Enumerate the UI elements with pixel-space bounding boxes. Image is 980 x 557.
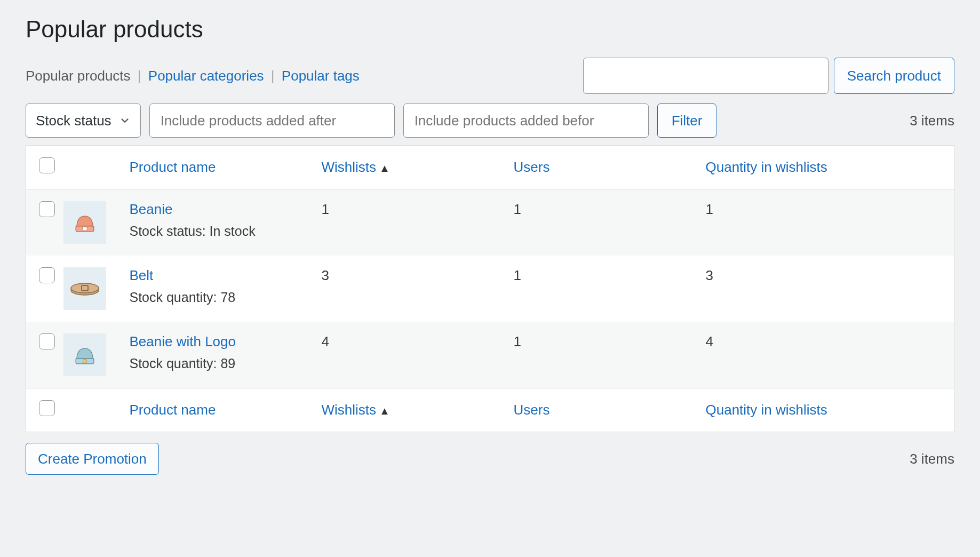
col-product-name[interactable]: Product name [130,159,216,175]
cell-quantity: 4 [693,322,954,388]
stock-status-select[interactable]: Stock status [26,104,141,138]
cell-quantity: 1 [693,189,954,256]
item-count-bottom: 3 items [910,451,954,467]
item-count-top: 3 items [910,113,954,129]
row-checkbox[interactable] [39,201,55,217]
select-all-checkbox[interactable] [39,157,55,173]
added-before-input[interactable] [403,104,649,138]
table-footer-row: Product name Wishlists▲ Users Quantity i… [26,388,954,432]
table-row: Beanie with Logo Stock quantity: 89 4 1 … [26,322,954,388]
subnav-current: Popular products [26,68,131,84]
product-thumbnail[interactable] [63,333,106,376]
table-row: Belt Stock quantity: 78 3 1 3 [26,256,954,322]
stock-status-label: Stock status [36,113,111,129]
filter-row: Stock status Filter 3 items [26,104,954,138]
chevron-down-icon [119,115,131,126]
product-name-link[interactable]: Beanie [130,201,173,218]
search-input[interactable] [583,58,828,94]
col-quantity[interactable]: Quantity in wishlists [706,159,827,175]
product-name-link[interactable]: Beanie with Logo [130,333,236,350]
footer-row: Create Promotion 3 items [26,443,954,475]
beanie-logo-icon [70,340,99,369]
cell-users: 1 [501,189,693,256]
separator: | [138,68,141,84]
stock-line: Stock quantity: 78 [130,290,236,305]
col-users[interactable]: Users [514,159,550,175]
products-table: Product name Wishlists▲ Users Quantity i… [26,145,954,432]
added-after-input[interactable] [149,104,395,138]
cell-quantity: 3 [693,256,954,322]
svg-point-6 [83,359,87,363]
select-all-checkbox-bottom[interactable] [39,400,55,416]
beanie-icon [70,208,99,237]
svg-rect-1 [82,227,86,230]
cell-users: 1 [501,322,693,388]
svg-point-3 [71,283,99,293]
search-group: Search product [583,58,954,94]
col-wishlists[interactable]: Wishlists▲ [322,159,390,175]
product-name-link[interactable]: Belt [130,267,154,284]
search-product-button[interactable]: Search product [834,58,954,94]
page-title: Popular products [26,16,954,43]
subnav: Popular products | Popular categories | … [26,68,360,84]
stock-line: Stock status: In stock [130,224,256,238]
table-header-row: Product name Wishlists▲ Users Quantity i… [26,146,954,189]
row-checkbox[interactable] [39,333,55,349]
table-row: Beanie Stock status: In stock 1 1 1 [26,189,954,256]
cell-wishlists: 3 [309,256,501,322]
col-wishlists-label: Wishlists [322,159,377,175]
subnav-categories-link[interactable]: Popular categories [148,68,264,84]
sort-asc-icon: ▲ [379,162,390,174]
stock-line: Stock quantity: 89 [130,356,236,371]
create-promotion-button[interactable]: Create Promotion [26,443,159,475]
subnav-tags-link[interactable]: Popular tags [282,68,360,84]
cell-wishlists: 1 [309,189,501,256]
col-product-name-bottom[interactable]: Product name [130,402,216,418]
subnav-search-row: Popular products | Popular categories | … [26,58,954,94]
product-thumbnail[interactable] [63,267,106,310]
product-thumbnail[interactable] [63,201,106,244]
cell-wishlists: 4 [309,322,501,388]
belt-icon [68,274,102,303]
col-users-bottom[interactable]: Users [514,402,550,418]
col-quantity-bottom[interactable]: Quantity in wishlists [706,402,827,418]
col-wishlists-bottom[interactable]: Wishlists▲ [322,402,390,418]
sort-asc-icon: ▲ [379,405,390,417]
cell-users: 1 [501,256,693,322]
filter-button[interactable]: Filter [657,104,717,138]
added-after-field[interactable] [160,105,385,137]
row-checkbox[interactable] [39,267,55,283]
col-wishlists-label-bottom: Wishlists [322,402,377,418]
separator: | [271,68,275,84]
added-before-field[interactable] [413,105,639,137]
